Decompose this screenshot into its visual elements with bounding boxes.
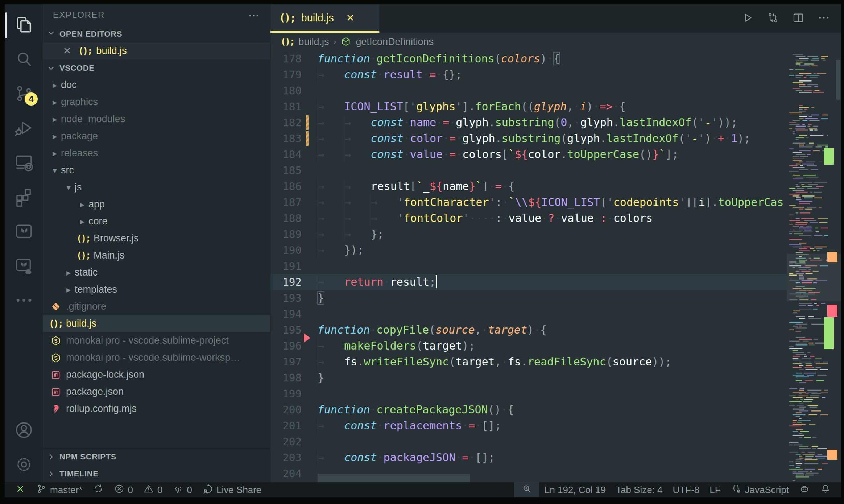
line-number[interactable]: 189 [270, 226, 302, 242]
code-line-198[interactable]: 198} [270, 370, 787, 386]
code-line-191[interactable]: 191 [270, 258, 787, 274]
status-cursor-position[interactable]: Ln 192, Col 19 [539, 482, 611, 497]
line-number[interactable]: 204 [270, 466, 302, 482]
action-run[interactable] [741, 11, 754, 26]
activity-run-debug[interactable] [5, 111, 43, 146]
open-editor-item-build.js[interactable]: ✕();build.js [43, 42, 270, 59]
line-number[interactable]: 190 [270, 242, 302, 258]
code-line-182[interactable]: 182→→const·name·=·glyph.substring(0,·gly… [270, 115, 787, 131]
activity-more[interactable] [5, 284, 43, 318]
code-line-186[interactable]: 186→→result[`_${name}`]·=·{ [270, 178, 787, 194]
file-.gitignore[interactable]: .gitignore [43, 298, 270, 315]
section-header-open-editors[interactable]: OPEN EDITORS [43, 25, 270, 42]
status-encoding[interactable]: UTF-8 [668, 482, 705, 497]
folder-app[interactable]: ▸app [43, 196, 270, 213]
activity-settings[interactable] [5, 448, 43, 482]
status-indentation[interactable]: Tab Size: 4 [611, 482, 668, 497]
action-split-editor[interactable] [792, 11, 805, 26]
chevron-collapsed-icon[interactable]: ▸ [62, 285, 75, 295]
chevron-collapsed-icon[interactable]: ▸ [76, 199, 88, 210]
code-line-190[interactable]: 190→}); [270, 242, 787, 258]
folder-core[interactable]: ▸core [43, 213, 270, 230]
folder-templates[interactable]: ▸templates [43, 281, 270, 298]
folder-static[interactable]: ▸static [43, 264, 270, 281]
code-line-181[interactable]: 181→ICON_LIST['glyphs'].forEach((glyph,·… [270, 99, 787, 115]
line-number[interactable]: 192 [270, 274, 302, 290]
code-line-185[interactable]: 185 [270, 162, 787, 178]
folder-doc[interactable]: ▸doc [43, 77, 270, 94]
activity-explorer[interactable] [5, 8, 43, 42]
folder-package[interactable]: ▸package [43, 128, 270, 145]
folder-node-modules[interactable]: ▸node_modules [43, 111, 270, 128]
vertical-scrollbar[interactable] [836, 60, 840, 100]
activity-terraform[interactable] [5, 215, 43, 249]
code-line-183[interactable]: 183→→const·color·=·glyph.substring(glyph… [270, 131, 787, 146]
code-line-203[interactable]: 203→const·packageJSON·=·[]; [270, 450, 787, 466]
activity-account[interactable] [5, 413, 43, 448]
line-number[interactable]: 191 [270, 258, 302, 274]
chevron-collapsed-icon[interactable]: ▸ [49, 80, 61, 90]
code-line-200[interactable]: 200function·createPackageJSON()·{ [270, 402, 787, 418]
status-screencast-zoom[interactable] [514, 482, 539, 497]
code-line-180[interactable]: 180 [270, 83, 787, 99]
status-sync[interactable] [88, 482, 109, 497]
section-header-npm-scripts[interactable]: NPM SCRIPTS [43, 448, 270, 465]
line-number[interactable]: 184 [270, 146, 302, 162]
line-number[interactable]: 185 [270, 162, 302, 178]
section-header-timeline[interactable]: TIMELINE [43, 465, 270, 482]
status-git-branch[interactable]: master* [31, 482, 88, 497]
chevron-collapsed-icon[interactable]: ▸ [62, 268, 75, 278]
code-line-196[interactable]: 196→makeFolders(target); [270, 338, 787, 354]
code-line-187[interactable]: 187→→→'fontCharacter':·`\\${ICON_LIST['c… [270, 194, 787, 210]
status-notifications[interactable] [815, 482, 836, 497]
activity-terraform-cloud[interactable] [5, 249, 43, 284]
code-line-192[interactable]: 192→return·result; [270, 274, 787, 290]
status-live-share[interactable]: Live Share [197, 482, 266, 497]
status-eol[interactable]: LF [704, 482, 725, 497]
breadcrumb[interactable]: (); build.js › getIconDefinitions [270, 33, 841, 51]
line-number[interactable]: 196 [270, 338, 302, 354]
file-monokai-pro-vscode.sublime-project[interactable]: Smonokai pro - vscode.sublime-project [43, 332, 270, 349]
activity-source-control[interactable]: 4 [5, 77, 43, 111]
code-line-188[interactable]: 188→→→'fontColor'····:·value·?·value·:·c… [270, 210, 787, 226]
line-number[interactable]: 188 [270, 210, 302, 226]
line-number[interactable]: 194 [270, 306, 302, 322]
code-line-179[interactable]: 179→const·result·=·{}; [270, 67, 787, 83]
chevron-collapsed-icon[interactable]: ▸ [49, 148, 61, 158]
status-language[interactable]: JavaScript [726, 482, 794, 497]
code-line-184[interactable]: 184→→const·value·=·colors[`${color.toUpp… [270, 146, 787, 162]
breadcrumb-file[interactable]: build.js [298, 36, 329, 47]
action-more-actions[interactable] [817, 11, 830, 26]
line-number[interactable]: 186 [270, 178, 302, 194]
line-number[interactable]: 197 [270, 354, 302, 370]
folder-src[interactable]: ▾src [43, 162, 270, 179]
code-editor[interactable]: 178function·getIconDefinitions(colors)·{… [270, 51, 841, 482]
line-number[interactable]: 179 [270, 67, 302, 83]
file-monokai-pro-vscode.sublime-worksp-[interactable]: Smonokai pro - vscode.sublime-worksp… [43, 349, 270, 366]
code-line-194[interactable]: 194 [270, 306, 787, 322]
line-number[interactable]: 203 [270, 450, 302, 466]
action-open-changes[interactable] [766, 11, 779, 26]
section-header-workspace[interactable]: VSCODE [43, 59, 270, 77]
line-number[interactable]: 201 [270, 418, 302, 434]
code-lines[interactable]: 178function·getIconDefinitions(colors)·{… [270, 51, 787, 482]
status-errors[interactable]: 0 [109, 482, 138, 497]
code-line-201[interactable]: 201→const·replacements·=·[]; [270, 418, 787, 434]
line-number[interactable]: 182 [270, 115, 302, 131]
line-number[interactable]: 178 [270, 51, 302, 67]
line-number[interactable]: 183 [270, 131, 302, 146]
horizontal-scrollbar[interactable] [318, 474, 470, 482]
line-number[interactable]: 181 [270, 99, 302, 115]
file-build.js[interactable]: ();build.js [43, 315, 270, 332]
folder-releases[interactable]: ▸releases [43, 145, 270, 162]
code-line-202[interactable]: 202 [270, 434, 787, 450]
minimap[interactable] [787, 51, 841, 482]
tab-close-icon[interactable]: ✕ [346, 12, 355, 24]
breadcrumb-symbol[interactable]: getIconDefinitions [356, 36, 434, 47]
code-line-193[interactable]: 193} [270, 290, 787, 306]
status-warnings[interactable]: 0 [138, 482, 167, 497]
status-feedback[interactable] [794, 482, 815, 497]
file-rollup.config.mjs[interactable]: rollup.config.mjs [43, 400, 270, 417]
close-icon[interactable]: ✕ [63, 45, 74, 57]
folder-js[interactable]: ▾js [43, 179, 270, 196]
